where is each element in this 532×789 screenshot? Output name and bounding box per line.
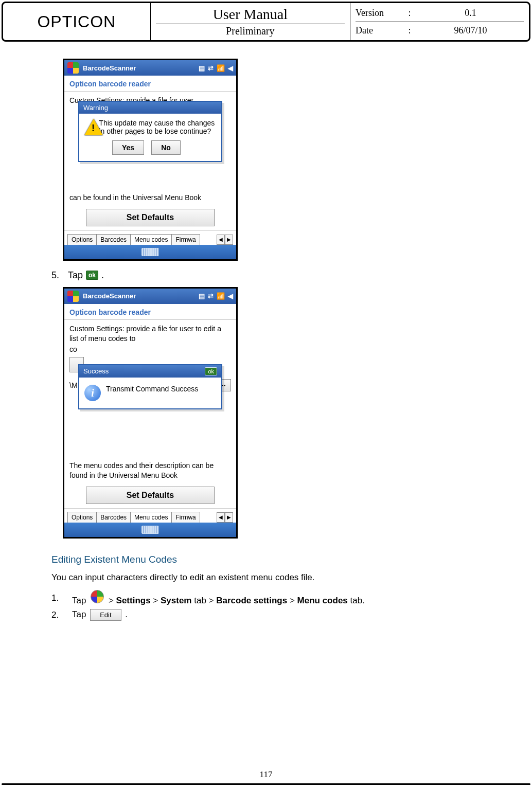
yes-button[interactable]: Yes [112,140,144,155]
app-header: Opticon barcode reader [64,304,236,320]
set-defaults-button[interactable]: Set Defaults [86,209,215,226]
tray-icon[interactable]: ▤ [199,64,205,72]
screenshot-warning: BarcodeScanner ▤ ⇄ 📶 ◀ Opticon barcode r… [63,59,238,261]
doc-subtitle: Preliminary [156,24,345,37]
date-label: Date [356,25,402,36]
ok-icon[interactable]: ok [86,271,98,280]
connectivity-icon[interactable]: ⇄ [208,64,214,72]
version-label: Version [356,8,402,19]
dialog-message: Transmit Command Success [106,385,198,393]
screenshot-success: BarcodeScanner ▤ ⇄ 📶 ◀ Opticon barcode r… [63,287,238,539]
tab-options[interactable]: Options [67,512,97,523]
section-intro: You can input characters directly to edi… [51,572,496,583]
doc-title: User Manual [156,6,345,24]
dialog-title-text: Warning [83,104,108,112]
connectivity-icon[interactable]: ⇄ [208,292,214,300]
tab-scroll-right-icon[interactable]: ▶ [225,512,233,523]
start-icon[interactable] [67,291,79,302]
edit-button[interactable]: Edit [90,609,121,621]
page-number: 117 [0,769,532,780]
date-value: 96/07/10 [417,25,524,36]
volume-icon[interactable]: ◀ [228,292,233,300]
titlebar-text: BarcodeScanner [83,292,136,300]
tab-options[interactable]: Options [67,234,97,245]
below-text: can be found in the Universal Menu Book [69,193,231,203]
no-button[interactable]: No [151,140,181,155]
tab-menu-codes[interactable]: Menu codes [130,512,172,523]
info-icon: i [84,385,101,401]
below-text: The menu codes and their description can… [69,461,231,480]
bottombar [64,523,236,537]
step-5: 5. Tap ok . [51,270,496,281]
keyboard-icon[interactable] [141,248,159,256]
volume-icon[interactable]: ◀ [228,64,233,72]
titlebar: BarcodeScanner ▤ ⇄ 📶 ◀ [64,60,236,76]
step-2: 2. Tap Edit . [51,609,496,621]
doc-meta: Version : 0.1 Date : 96/07/10 [350,3,529,40]
step-1: 1. Tap > Settings > System tab > Barcode… [51,590,496,606]
tab-menu-codes[interactable]: Menu codes [130,234,172,245]
signal-icon[interactable]: 📶 [217,292,225,300]
doc-title-cell: User Manual Preliminary [150,3,350,40]
tab-scroll-left-icon[interactable]: ◀ [217,235,225,245]
section-heading: Editing Existent Menu Codes [51,554,496,565]
start-icon[interactable] [91,590,104,603]
tab-barcodes[interactable]: Barcodes [96,234,131,245]
tabs-row: Options Barcodes Menu codes Firmwa ◀ ▶ [64,230,236,245]
dialog-message: This update may cause the changes in oth… [99,119,216,135]
app-header: Opticon barcode reader [64,76,236,92]
warning-dialog: Warning ! This update may cause the chan… [78,101,222,162]
titlebar-text: BarcodeScanner [83,64,136,72]
tray-icon[interactable]: ▤ [199,292,205,300]
success-dialog: Success ok i Transmit Command Success [78,364,222,409]
start-icon[interactable] [67,62,79,74]
warning-icon: ! [84,119,94,135]
tab-scroll-left-icon[interactable]: ◀ [217,512,225,523]
page-header: OPTICON User Manual Preliminary Version … [2,2,530,42]
keyboard-icon[interactable] [141,526,159,534]
titlebar: BarcodeScanner ▤ ⇄ 📶 ◀ [64,289,236,304]
signal-icon[interactable]: 📶 [217,64,225,72]
footer-rule [2,783,530,785]
tabs-row: Options Barcodes Menu codes Firmwa ◀ ▶ [64,508,236,523]
bottombar [64,245,236,259]
tab-firmware[interactable]: Firmwa [171,512,200,523]
tab-barcodes[interactable]: Barcodes [96,512,131,523]
body-top: Custom Settings: provide a file for user… [69,324,231,344]
tab-scroll-right-icon[interactable]: ▶ [225,235,233,245]
dialog-title-text: Success [83,367,109,375]
tab-firmware[interactable]: Firmwa [171,234,200,245]
ok-button[interactable]: ok [205,367,217,375]
version-value: 0.1 [417,8,524,19]
set-defaults-button[interactable]: Set Defaults [86,487,215,504]
brand: OPTICON [3,3,150,40]
